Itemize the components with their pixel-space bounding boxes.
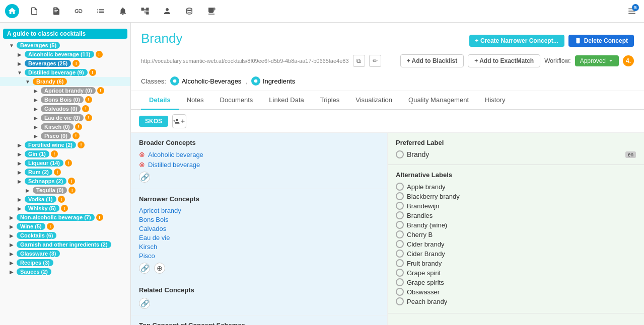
tab-triples[interactable]: Triples — [312, 91, 348, 110]
sidebar-item-tequila[interactable]: ▶ Tequila (0) ! — [0, 186, 130, 195]
sidebar-item-alcoholic[interactable]: ▶ Alcoholic beverage (11) ! — [0, 50, 130, 59]
info-icon-distilled[interactable]: ! — [89, 69, 96, 76]
sidebar-item-schnapps[interactable]: ▶ Schnapps (2) ! — [0, 177, 130, 186]
info-icon-gin[interactable]: ! — [51, 150, 58, 157]
hierarchy-icon[interactable] — [138, 4, 152, 18]
alcoholic-beverage-link[interactable]: Alcoholic beverage — [148, 151, 203, 158]
tree-toggle-cocktails[interactable]: ▶ — [8, 232, 15, 239]
tab-linked-data[interactable]: Linked Data — [261, 91, 312, 110]
info-icon-fortified[interactable]: ! — [78, 141, 85, 148]
tree-toggle-garnish[interactable]: ▶ — [8, 241, 15, 248]
tab-history[interactable]: History — [477, 91, 513, 110]
sidebar-item-fortified[interactable]: ▶ Fortified wine (2) ! — [0, 140, 130, 149]
sidebar-item-recipes[interactable]: ▶ Recipes (3) — [0, 258, 130, 267]
info-icon-eaudevie[interactable]: ! — [85, 114, 92, 121]
tree-toggle-brandy[interactable]: ▼ — [24, 78, 31, 85]
info-icon-schnapps[interactable]: ! — [68, 178, 75, 185]
tree-toggle-bonsbois[interactable]: ▶ — [32, 96, 39, 103]
tree-toggle[interactable]: ▼ — [8, 42, 15, 49]
sidebar-item-pisco[interactable]: ▶ Pisco (0) ! — [0, 131, 130, 140]
sidebar-item-kirsch[interactable]: ▶ Kirsch (0) ! — [0, 122, 130, 131]
narrower-eau-de-vie[interactable]: Eau de vie — [139, 234, 379, 241]
narrower-bons-bois[interactable]: Bons Bois — [139, 216, 379, 223]
remove-alcoholic-icon[interactable]: ⊗ — [139, 150, 145, 158]
sidebar-item-brandy[interactable]: ▼ Brandy (6) — [0, 77, 130, 86]
info-icon-apricot[interactable]: ! — [97, 87, 104, 94]
sidebar-item-cocktails[interactable]: ▶ Cocktails (6) — [0, 231, 130, 240]
tree-toggle-vodka[interactable]: ▶ — [16, 196, 23, 203]
sidebar-item-gin[interactable]: ▶ Gin (1) ! — [0, 149, 130, 158]
info-icon-vodka[interactable]: ! — [58, 196, 65, 203]
info-icon-nonalcoholic[interactable]: ! — [96, 214, 103, 221]
tree-toggle-tequila[interactable]: ▶ — [24, 187, 31, 194]
tree-toggle-schnapps[interactable]: ▶ — [16, 178, 23, 185]
info-icon-wine[interactable]: ! — [47, 223, 54, 230]
sidebar-item-vodka[interactable]: ▶ Vodka (1) ! — [0, 195, 130, 204]
link-icon[interactable] — [71, 4, 86, 18]
add-user-sub-tab-button[interactable] — [172, 114, 186, 128]
sidebar-item-bonsbois[interactable]: ▶ Bons Bois (0) ! — [0, 95, 130, 104]
tree-toggle-pisco[interactable]: ▶ — [32, 132, 39, 139]
sidebar-item-calvados[interactable]: ▶ Calvados (0) ! — [0, 104, 130, 113]
info-icon-whisky[interactable]: ! — [61, 205, 68, 212]
add-narrower-icon[interactable]: ⊕ — [154, 263, 165, 274]
narrower-kirsch[interactable]: Kirsch — [139, 243, 379, 251]
user-icon[interactable] — [160, 4, 174, 18]
tree-toggle-calvados[interactable]: ▶ — [32, 105, 39, 112]
tree-toggle-rum[interactable]: ▶ — [16, 169, 23, 176]
copy-url-button[interactable]: ⧉ — [353, 55, 365, 67]
sub-tab-skos[interactable]: SKOS — [139, 116, 168, 127]
tree-toggle-alcoholic[interactable]: ▶ — [16, 51, 23, 58]
sidebar-item-glassware[interactable]: ▶ Glassware (3) — [0, 249, 130, 258]
tree-toggle-bev25[interactable]: ▶ — [16, 60, 23, 67]
tree-toggle-gin[interactable]: ▶ — [16, 150, 23, 157]
sidebar-item-nonalcoholic[interactable]: ▶ Non-alcoholic beverage (7) ! — [0, 213, 130, 222]
sidebar-item-sauces[interactable]: ▶ Sauces (2) — [0, 267, 130, 276]
document-badge-icon[interactable] — [49, 4, 63, 18]
tree-toggle-nonalcoholic[interactable]: ▶ — [8, 214, 15, 221]
info-icon-pisco[interactable]: ! — [73, 132, 80, 139]
tree-toggle-whisky[interactable]: ▶ — [16, 205, 23, 212]
sidebar-item-beverages[interactable]: ▼ Beverages (5) — [0, 41, 130, 50]
tab-quality[interactable]: Quality Management — [400, 91, 477, 110]
info-icon-tequila[interactable]: ! — [68, 187, 76, 194]
workflow-approved-button[interactable]: Approved — [575, 55, 619, 66]
tab-documents[interactable]: Documents — [212, 91, 261, 110]
tab-notes[interactable]: Notes — [179, 91, 212, 110]
tree-toggle-fortified[interactable]: ▶ — [16, 141, 23, 148]
create-narrower-button[interactable]: + Create Narrower Concept... — [469, 35, 564, 47]
sidebar-item-eaudevie[interactable]: ▶ Eau de vie (0) ! — [0, 113, 130, 122]
tree-toggle-sauces[interactable]: ▶ — [8, 268, 15, 275]
guide-label[interactable]: A guide to classic cocktails — [3, 29, 127, 39]
info-icon-rum[interactable]: ! — [54, 169, 61, 176]
tree-toggle-kirsch[interactable]: ▶ — [32, 123, 39, 130]
document-icon[interactable] — [27, 4, 41, 18]
info-icon-bonsbois[interactable]: ! — [85, 96, 92, 103]
bell-icon[interactable] — [116, 4, 130, 18]
info-icon-alcoholic[interactable]: ! — [96, 51, 103, 58]
tree-toggle-glassware[interactable]: ▶ — [8, 250, 15, 257]
distilled-beverage-link[interactable]: Distilled beverage — [148, 161, 200, 169]
tree-toggle-distilled[interactable]: ▼ — [16, 69, 23, 76]
tab-visualization[interactable]: Visualization — [347, 91, 400, 110]
home-icon[interactable] — [5, 4, 19, 18]
tree-toggle-eaudevie[interactable]: ▶ — [32, 114, 39, 121]
tree-toggle-recipes[interactable]: ▶ — [8, 259, 15, 266]
sidebar-item-whisky[interactable]: ▶ Whisky (5) ! — [0, 204, 130, 213]
add-blacklist-button[interactable]: + Add to Blacklist — [400, 54, 464, 67]
info-icon-kirsch[interactable]: ! — [75, 123, 82, 130]
narrower-calvados[interactable]: Calvados — [139, 225, 379, 232]
sidebar-item-liqueur[interactable]: ▶ Liqueur (14) ! — [0, 158, 130, 168]
tree-toggle-apricot[interactable]: ▶ — [32, 87, 39, 94]
link-concept-icon[interactable]: 🔗 — [139, 172, 150, 183]
link-related-icon[interactable]: 🔗 — [139, 298, 150, 309]
narrower-apricot-brandy[interactable]: Apricot brandy — [139, 207, 379, 214]
remove-distilled-icon[interactable]: ⊗ — [139, 160, 145, 169]
sidebar-item-beverages25[interactable]: ▶ Beverages (25) ! — [0, 59, 130, 68]
sidebar-item-distilled[interactable]: ▼ Distilled beverage (9) ! — [0, 68, 130, 77]
info-icon-liqueur[interactable]: ! — [65, 159, 72, 167]
server-icon[interactable] — [204, 4, 219, 18]
menu-icon[interactable]: 5 — [625, 4, 639, 18]
tree-toggle-liqueur[interactable]: ▶ — [16, 159, 23, 167]
sidebar-item-rum[interactable]: ▶ Rum (2) ! — [0, 168, 130, 177]
